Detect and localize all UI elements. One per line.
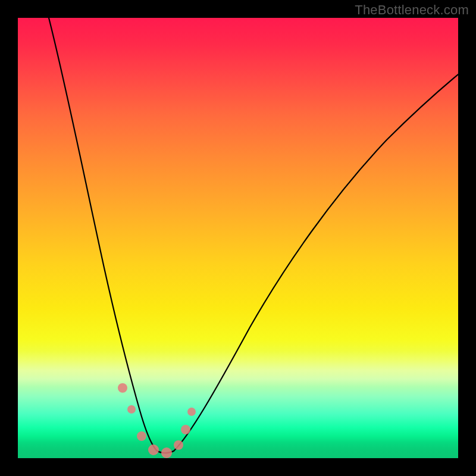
curve-left [49,18,156,450]
marker-dot [118,383,127,393]
marker-dot [187,408,196,416]
marker-dot [161,447,172,458]
curve-right [174,74,458,451]
marker-dot [148,444,159,455]
plot-area [18,18,458,458]
watermark-text: TheBottleneck.com [355,2,469,18]
chart-svg [18,18,458,458]
marker-dot [127,405,136,414]
chart-frame: TheBottleneck.com [0,0,476,476]
marker-group [118,383,196,458]
marker-dot [174,440,183,450]
marker-dot [181,425,190,434]
marker-dot [137,431,146,441]
